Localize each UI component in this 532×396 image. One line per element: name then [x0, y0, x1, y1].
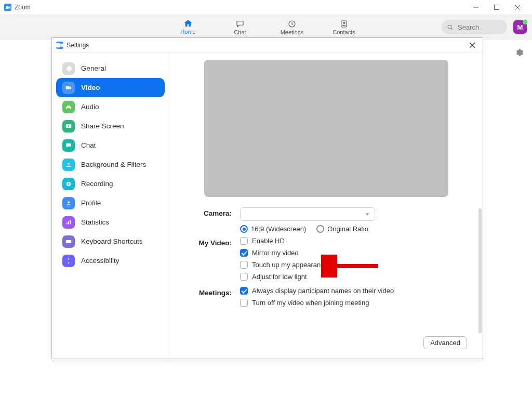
sidebar-item-audio[interactable]: Audio [56, 97, 165, 116]
settings-gear-button[interactable] [514, 48, 524, 59]
radio-label: Original Ratio [327, 225, 368, 233]
dialog-close-button[interactable] [466, 39, 478, 51]
nav-tab-label: Meetings [281, 29, 304, 35]
svg-point-7 [343, 22, 345, 24]
sidebar-item-label: Video [81, 84, 100, 91]
search-icon [447, 24, 454, 31]
search-placeholder: Search [458, 23, 479, 31]
nav-tab-label: Contacts [332, 29, 355, 35]
svg-rect-19 [66, 222, 68, 225]
keyboard-shortcuts-icon [62, 235, 75, 248]
checkbox-icon [240, 237, 248, 245]
sidebar-item-recording[interactable]: Recording [56, 174, 165, 193]
zoom-app-icon [4, 4, 11, 11]
sidebar-item-label: Keyboard Shortcuts [81, 237, 143, 245]
window-close-button[interactable] [507, 0, 528, 15]
chat-icon [235, 19, 245, 29]
sidebar-item-label: Accessibility [81, 257, 119, 265]
svg-rect-13 [66, 86, 70, 89]
myvideo-checkbox-enable-hd[interactable]: Enable HD [240, 237, 467, 245]
checkbox-icon [240, 249, 248, 257]
dialog-titlebar: Settings [52, 38, 483, 52]
aspect-widescreen-radio[interactable]: 16:9 (Widescreen) [240, 225, 306, 233]
sidebar-item-label: Background & Filters [81, 161, 146, 168]
zoom-app-icon [56, 42, 63, 49]
nav-tab-label: Home [180, 29, 195, 35]
radio-label: 16:9 (Widescreen) [251, 225, 306, 233]
nav-tab-chat[interactable]: Chat [224, 15, 256, 39]
svg-point-15 [68, 163, 70, 165]
camera-select[interactable] [240, 207, 375, 221]
window-maximize-button[interactable] [486, 0, 507, 15]
contacts-icon [339, 19, 349, 29]
svg-line-9 [451, 28, 453, 30]
svg-rect-2 [495, 5, 499, 10]
svg-rect-21 [70, 220, 71, 224]
nav-tab-meetings[interactable]: Meetings [276, 15, 308, 39]
avatar[interactable]: M [513, 20, 527, 34]
myvideo-label: My Video: [185, 237, 232, 281]
nav-tab-home[interactable]: Home [172, 15, 204, 39]
top-nav: Home Chat Meetings Contacts Search M [0, 15, 532, 39]
svg-point-8 [448, 25, 451, 29]
checkbox-icon [240, 287, 248, 295]
nav-tab-label: Chat [234, 29, 246, 35]
window-title: Zoom [15, 4, 31, 11]
settings-panel-video: Camera: 16:9 (Widescreen) Original Ratio… [169, 52, 483, 359]
sidebar-item-video[interactable]: Video [56, 78, 165, 97]
svg-point-17 [68, 183, 70, 185]
myvideo-checkbox-adjust-for-low-light[interactable]: Adjust for low light [240, 273, 467, 281]
myvideo-checkbox-mirror-my-video[interactable]: Mirror my video [240, 249, 467, 257]
checkbox-label: Mirror my video [252, 249, 299, 257]
scrollbar[interactable] [478, 208, 482, 333]
avatar-initial: M [517, 23, 523, 31]
svg-point-23 [68, 258, 69, 259]
sidebar-item-label: Chat [81, 141, 96, 149]
nav-tab-contacts[interactable]: Contacts [328, 15, 360, 39]
search-input[interactable]: Search [442, 20, 507, 34]
advanced-button[interactable]: Advanced [423, 336, 467, 349]
settings-dialog: Settings GeneralVideoAudioShare ScreenCh… [51, 37, 483, 359]
window-titlebar: Zoom [0, 0, 532, 15]
clock-icon [287, 19, 297, 29]
checkbox-label: Always display participant names on thei… [252, 287, 394, 295]
sidebar-item-share-screen[interactable]: Share Screen [56, 116, 165, 136]
window-minimize-button[interactable] [466, 0, 486, 15]
sidebar-item-accessibility[interactable]: Accessibility [56, 251, 165, 270]
checkbox-icon [240, 261, 248, 269]
sidebar-item-profile[interactable]: Profile [56, 193, 165, 213]
sidebar-item-chat[interactable]: Chat [56, 136, 165, 155]
sidebar-item-label: Share Screen [81, 122, 124, 130]
dialog-title: Settings [66, 42, 89, 49]
aspect-original-radio[interactable]: Original Ratio [316, 225, 368, 233]
sidebar-item-general[interactable]: General [56, 59, 165, 78]
sidebar-item-background-filters[interactable]: Background & Filters [56, 155, 165, 174]
meetings-label: Meetings: [185, 287, 232, 307]
svg-rect-22 [66, 240, 72, 243]
camera-label: Camera: [185, 207, 232, 233]
checkbox-label: Enable HD [252, 237, 285, 245]
chat-icon [62, 139, 75, 152]
sidebar-item-label: Audio [81, 103, 99, 111]
recording-icon [62, 178, 75, 190]
gear-icon [514, 48, 524, 57]
checkbox-label: Adjust for low light [252, 273, 307, 281]
sidebar-item-label: Profile [81, 199, 101, 207]
home-icon [183, 19, 193, 28]
video-icon [62, 82, 75, 94]
sidebar-item-statistics[interactable]: Statistics [56, 213, 165, 232]
settings-sidebar: GeneralVideoAudioShare ScreenChatBackgro… [52, 52, 169, 359]
svg-rect-20 [68, 221, 69, 224]
accessibility-icon [62, 255, 75, 267]
svg-rect-0 [6, 6, 8, 8]
myvideo-checkbox-touch-up-my-appearance[interactable]: Touch up my appearance [240, 261, 467, 269]
svg-point-18 [68, 201, 70, 203]
checkbox-icon [240, 273, 248, 281]
meetings-checkbox-always-display-participant-names-on-their-video[interactable]: Always display participant names on thei… [240, 287, 467, 295]
svg-rect-10 [56, 43, 60, 47]
background-filters-icon [62, 159, 75, 171]
audio-icon [62, 101, 75, 113]
meetings-checkbox-turn-off-my-video-when-joining-meeting[interactable]: Turn off my video when joining meeting [240, 299, 467, 307]
sidebar-item-keyboard-shortcuts[interactable]: Keyboard Shortcuts [56, 232, 165, 251]
nav-tabs: Home Chat Meetings Contacts [172, 15, 360, 39]
